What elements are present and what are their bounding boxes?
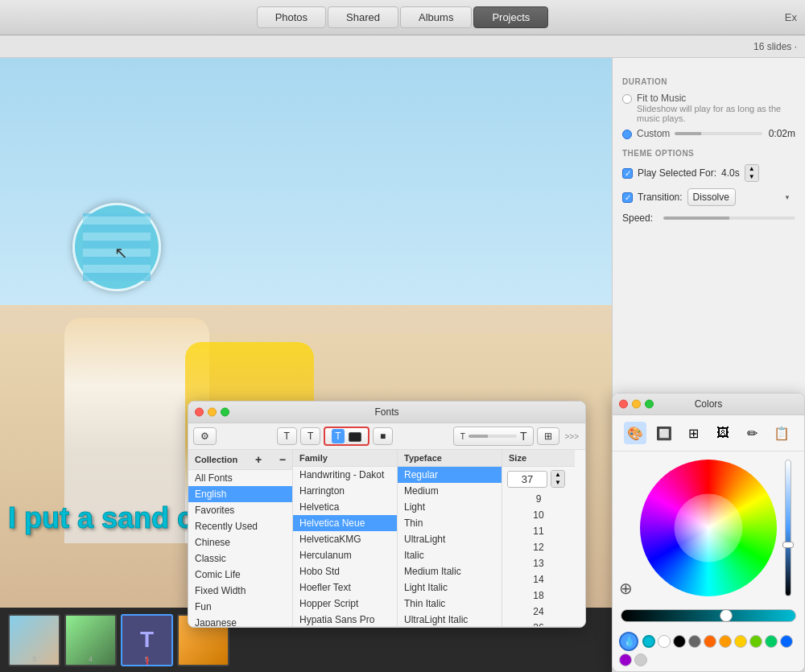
fonts-maximize-button[interactable] [221,408,229,417]
play-selected-stepper[interactable]: ▲ ▼ [745,164,759,182]
size-12[interactable]: 12 [502,539,575,555]
collection-classic[interactable]: Classic [188,550,292,567]
family-hopper-script[interactable]: Hopper Script [293,596,397,612]
eyedropper-button[interactable]: 💧 [619,632,638,651]
family-harrington[interactable]: Harrington [293,483,397,499]
crayon-icon[interactable]: ✏ [741,422,763,444]
collection-fun[interactable]: Fun [188,599,292,615]
family-hoefler-text[interactable]: Hoefler Text [293,579,397,596]
typeface-medium-italic[interactable]: Medium Italic [398,563,502,579]
transition-checkbox[interactable]: ✓ [622,192,633,203]
speed-slider[interactable] [663,216,795,220]
swatch-purple[interactable] [619,653,632,666]
tab-projects[interactable]: Projects [473,6,548,28]
fit-to-music-radio[interactable] [622,94,632,104]
filmstrip-thumb-4[interactable]: 4 [64,614,117,666]
collection-fixed-width[interactable]: Fixed Width [188,583,292,599]
swatch-light-gray[interactable] [634,653,647,666]
tab-photos[interactable]: Photos [257,6,326,28]
add-collection-button[interactable]: + [255,453,262,466]
typeface-light-italic[interactable]: Light Italic [398,579,502,596]
typeface-medium[interactable]: Medium [398,483,502,499]
collection-japanese[interactable]: Japanese [188,615,292,626]
size-stepper-up[interactable]: ▲ [551,471,564,479]
swatch-teal[interactable] [765,635,778,648]
swatch-amber[interactable] [719,635,732,648]
image-picker-icon[interactable]: 🖼 [712,422,734,444]
fonts-close-button[interactable] [195,408,204,417]
typeface-regular[interactable]: Regular [398,467,502,483]
size-24[interactable]: 24 [502,604,575,620]
play-selected-checkbox[interactable]: ✓ [622,168,633,179]
family-hobo-std[interactable]: Hobo Std [293,563,397,579]
color-wheel-icon[interactable]: 🎨 [624,422,646,444]
size-stepper-down[interactable]: ▼ [551,479,564,487]
transition-select[interactable]: Dissolve Fade Slide [687,188,736,206]
family-helvetica-neue[interactable]: Helvetica Neue [293,515,397,531]
color-sliders-icon[interactable]: 🔲 [653,422,675,444]
typeface-ultralight-italic[interactable]: UltraLight Italic [398,612,502,626]
filmstrip-thumb-5[interactable]: T 5 [121,614,173,666]
tab-albums[interactable]: Albums [400,6,472,28]
stepper-up[interactable]: ▲ [745,165,758,173]
text-box-button[interactable]: ⊞ [537,427,559,445]
color-bar[interactable] [621,609,796,622]
fonts-settings-button[interactable]: ⚙ [193,427,217,445]
swatch-blue[interactable] [780,635,793,648]
typeface-ultralight[interactable]: UltraLight [398,531,502,547]
collection-english[interactable]: English [188,486,292,502]
minimize-button[interactable] [632,400,641,409]
size-input[interactable] [507,471,547,488]
font-size-slider[interactable]: T T [453,427,535,446]
typeface-italic[interactable]: Italic [398,547,502,563]
size-9[interactable]: 9 [502,491,575,507]
swatch-gray[interactable] [688,635,701,648]
family-herculanum[interactable]: Herculanum [293,547,397,563]
size-stepper[interactable]: ▲ ▼ [551,470,565,488]
typeface-thin-italic[interactable]: Thin Italic [398,596,502,612]
size-13[interactable]: 13 [502,555,575,571]
remove-collection-button[interactable]: − [279,453,286,466]
tab-shared[interactable]: Shared [328,6,398,28]
toolbar-overflow[interactable]: >>> [563,432,580,441]
stepper-down[interactable]: ▼ [745,173,758,181]
color-wheel[interactable] [640,460,777,596]
close-button[interactable] [619,400,628,409]
swatch-white[interactable] [658,635,671,648]
swatch-yellow[interactable] [734,635,747,648]
text-style-button[interactable]: T [300,427,320,445]
collection-all-fonts[interactable]: All Fonts [188,470,292,486]
maximize-button[interactable] [645,400,654,409]
fonts-minimize-button[interactable] [208,408,217,417]
size-11[interactable]: 11 [502,523,575,539]
family-handwriting[interactable]: Handwriting - Dakot [293,467,397,483]
fonts-title-bar: Fonts [188,402,585,423]
swatch-green[interactable] [749,635,762,648]
swatch-cyan[interactable] [642,635,655,648]
brightness-slider[interactable] [782,460,795,596]
swatch-orange[interactable] [704,635,716,648]
collection-favorites[interactable]: Favorites [188,502,292,518]
collection-chinese[interactable]: Chinese [188,534,292,550]
family-helveticakmg[interactable]: HelveticaKMG [293,531,397,547]
filmstrip-thumb-3[interactable]: 3 [8,614,60,666]
duration-slider[interactable] [675,132,762,135]
size-18[interactable]: 18 [502,587,575,604]
size-36[interactable]: 36 [502,620,575,626]
size-14[interactable]: 14 [502,571,575,587]
collection-recently-used[interactable]: Recently Used [188,518,292,534]
family-helvetica[interactable]: Helvetica [293,499,397,515]
text-highlight-button[interactable]: T [324,427,369,446]
color-palette-icon[interactable]: ⊞ [683,422,705,444]
pattern-icon[interactable]: 📋 [770,422,793,444]
custom-radio[interactable] [622,130,632,139]
swatch-black[interactable] [673,635,686,648]
family-hypatia[interactable]: Hypatia Sans Pro [293,612,397,626]
size-10[interactable]: 10 [502,507,575,523]
text-size-button[interactable]: T [277,427,297,445]
typeface-thin[interactable]: Thin [398,515,502,531]
typeface-light[interactable]: Light [398,499,502,515]
plus-icon[interactable]: ⊕ [619,579,633,598]
collection-comic-life[interactable]: Comic Life [188,567,292,583]
text-color-button[interactable]: ■ [373,427,393,445]
